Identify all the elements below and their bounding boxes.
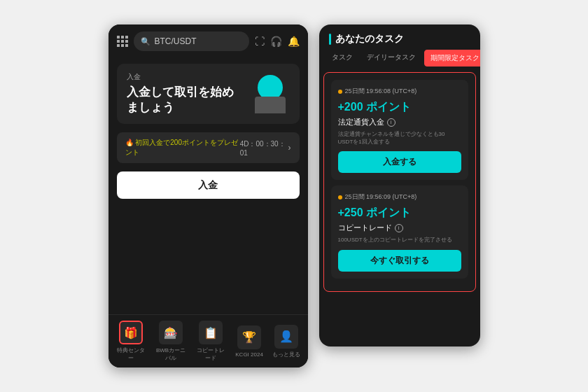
task-button-1[interactable]: 入金する — [338, 151, 461, 173]
task-card-2: 25日間 19:56:09 (UTC+8) +250 ポイント コピートレード … — [331, 186, 468, 278]
deposit-button-label: 入金 — [198, 179, 218, 190]
promo-strip[interactable]: 🔥 初回入金で200ポイントをプレゼント 4D：00：30：01 › — [117, 132, 300, 163]
headphone-icon[interactable]: 🎧 — [270, 36, 282, 47]
search-bar[interactable]: 🔍 BTC/USDT — [134, 31, 249, 51]
promo-text: 🔥 初回入金で200ポイントをプレゼント — [125, 138, 240, 158]
banner-label: 入金 — [127, 72, 234, 82]
promo-timer: 4D：00：30：01 — [240, 139, 288, 157]
tab-daily-label: デイリータスク — [367, 53, 416, 61]
tab-task[interactable]: タスク — [326, 50, 358, 66]
tab-task-label: タスク — [332, 53, 353, 61]
red-outline-tasks-box: 25日間 19:56:08 (UTC+8) +200 ポイント 法定通貨入金 i… — [323, 72, 476, 292]
bottom-nav: 🎁 特典センター 🎰 BWBカーニバル 📋 コピートレード 🏆 — [108, 314, 308, 368]
deposit-button[interactable]: 入金 — [117, 172, 300, 199]
panel-accent — [329, 34, 331, 45]
task-name-2: コピートレード i — [338, 223, 461, 233]
bwb-icon: 🎰 — [164, 326, 178, 340]
banner-text: 入金 入金して取引を始め ましょう — [127, 72, 234, 115]
info-icon-2[interactable]: i — [395, 224, 403, 232]
nav-item-bwb[interactable]: 🎰 BWBカーニバル — [155, 321, 186, 362]
nav-label-kcgi: KCGI 2024 — [235, 351, 263, 358]
nav-item-more[interactable]: 👤 もっと見る — [272, 325, 300, 358]
more-icon: 👤 — [279, 330, 293, 343]
nav-item-tokuten[interactable]: 🎁 特典センター — [115, 321, 146, 362]
task-name-1: 法定通貨入金 i — [338, 117, 461, 127]
panel-title: あなたのタスク — [335, 33, 404, 46]
search-icon: 🔍 — [141, 37, 150, 46]
nav-icon-box-more: 👤 — [274, 325, 298, 349]
tab-limited-label: 期間限定タスク — [430, 54, 479, 62]
nav-icon-box-kcgi: 🏆 — [237, 326, 261, 349]
task-card-1: 25日間 19:56:08 (UTC+8) +200 ポイント 法定通貨入金 i… — [331, 80, 468, 180]
time-dot-2 — [338, 195, 342, 200]
nav-label-bwb: BWBカーニバル — [155, 346, 186, 362]
time-text-1: 25日間 19:56:08 (UTC+8) — [345, 87, 417, 96]
nav-icon-box-copy: 📋 — [199, 321, 223, 344]
nav-item-copy[interactable]: 📋 コピートレード — [195, 321, 226, 362]
kcgi-icon: 🏆 — [242, 330, 256, 344]
expand-icon[interactable]: ⛶ — [255, 36, 265, 47]
tab-daily[interactable]: デイリータスク — [361, 50, 421, 66]
bell-icon[interactable]: 🔔 — [288, 36, 300, 47]
nav-label-copy: コピートレード — [195, 346, 226, 362]
top-bar: 🔍 BTC/USDT ⛶ 🎧 🔔 — [108, 24, 308, 58]
grid-icon[interactable] — [117, 36, 128, 47]
banner-image — [248, 75, 290, 113]
search-text: BTC/USDT — [155, 36, 197, 46]
tab-row: タスク デイリータスク 期間限定タスク — [319, 50, 480, 66]
banner-title: 入金して取引を始め ましょう — [127, 85, 234, 115]
task-time-1: 25日間 19:56:08 (UTC+8) — [338, 87, 461, 96]
left-phone: 🔍 BTC/USDT ⛶ 🎧 🔔 入金 入金して取引を始め ましょう — [108, 24, 308, 368]
task-time-2: 25日間 19:56:09 (UTC+8) — [338, 192, 461, 202]
nav-icon-box-tokuten: 🎁 — [119, 321, 143, 344]
right-panel: あなたのタスク タスク デイリータスク 期間限定タスク 25日間 19:56:0… — [319, 24, 480, 346]
avatar-body — [255, 97, 286, 113]
nav-item-kcgi[interactable]: 🏆 KCGI 2024 — [235, 326, 263, 358]
nav-label-more: もっと見る — [272, 351, 300, 358]
time-text-2: 25日間 19:56:09 (UTC+8) — [345, 192, 417, 202]
nav-label-tokuten: 特典センター — [115, 346, 146, 362]
top-icons: ⛶ 🎧 🔔 — [255, 36, 300, 47]
task-desc-2: 100USDTを上のコピートレードを完了させる — [338, 236, 461, 244]
banner-card: 入金 入金して取引を始め ましょう — [117, 64, 300, 124]
task-points-1: +200 ポイント — [338, 100, 461, 115]
panel-header: あなたのタスク — [319, 24, 480, 50]
info-icon-1[interactable]: i — [387, 118, 396, 127]
task-desc-1: 法定通貨チャンネルを通じで少なくとも30 USDTを1回入金する — [338, 130, 461, 146]
promo-arrow: › — [288, 143, 291, 153]
tab-limited[interactable]: 期間限定タスク — [424, 50, 480, 66]
task-points-2: +250 ポイント — [338, 206, 461, 220]
nav-icon-box-bwb: 🎰 — [159, 321, 183, 344]
time-dot-1 — [338, 90, 342, 94]
tokuten-icon: 🎁 — [124, 326, 138, 340]
copy-icon: 📋 — [204, 326, 218, 340]
task-button-2[interactable]: 今すぐ取引する — [338, 250, 461, 272]
